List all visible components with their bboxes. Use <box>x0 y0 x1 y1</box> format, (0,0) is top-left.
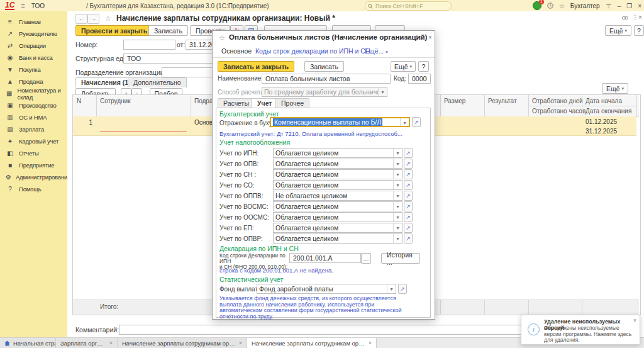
col-header-hours[interactable]: Отработано часов <box>532 108 586 115</box>
sidebar-item-fixed-assets[interactable]: ▥ОС и НМА <box>0 111 67 123</box>
tax-combo-ipn[interactable]: Облагается целиком▾ <box>273 148 402 158</box>
cell-start-date[interactable]: 01.12.2025 <box>586 118 617 125</box>
declaration-code-field[interactable] <box>292 254 358 262</box>
dialog-more-button[interactable]: Ещё ▾ <box>391 61 416 72</box>
tab-salary-accrual-posted[interactable]: Начисление зарплаты сотрудникам организа… <box>118 338 247 348</box>
tax-combo-sn[interactable]: Облагается целиком▾ <box>273 169 402 179</box>
tab-salary-organization[interactable]: Зарплата организации × <box>56 338 118 348</box>
tax-combo-opv[interactable]: Облагается целиком▾ <box>273 159 402 169</box>
chevron-down-icon[interactable]: ▾ <box>387 284 396 293</box>
dialog-more-icon[interactable]: ⋮ <box>414 34 420 41</box>
sidebar-item-administration[interactable]: ⚙Администрирование <box>0 171 67 183</box>
history-button[interactable]: История ... <box>381 253 420 264</box>
notification-toast[interactable]: i Удаление неиспользуемых версий × Обнар… <box>521 315 640 345</box>
back-button[interactable]: ← <box>75 14 87 24</box>
save-button[interactable]: Записать <box>148 25 188 36</box>
sidebar-item-salary[interactable]: ▤Зарплата <box>0 123 67 135</box>
open-icon[interactable]: ↗ <box>404 212 413 222</box>
number-input[interactable] <box>123 40 175 50</box>
doc-link-icon[interactable] <box>622 16 628 20</box>
dialog-tab-accounting[interactable]: Учет <box>252 98 277 108</box>
dialog-link-icon[interactable] <box>404 36 411 40</box>
sidebar-item-operations[interactable]: ⇄Операции <box>0 40 67 52</box>
history-icon[interactable] <box>547 3 553 9</box>
chevron-down-icon[interactable]: ▾ <box>393 213 402 222</box>
dialog-nav-main[interactable]: Основное <box>221 47 252 55</box>
global-search[interactable] <box>365 1 452 11</box>
tax-combo-oppv[interactable]: Не облагается целиком▾ <box>273 191 402 201</box>
restore-button[interactable]: ❐ <box>626 3 632 9</box>
chevron-down-icon[interactable]: ▾ <box>393 159 402 168</box>
close-app-button[interactable]: × <box>638 3 641 9</box>
dialog-save-button[interactable]: Записать <box>304 61 344 72</box>
tab-home[interactable]: Начальная страница <box>0 338 56 348</box>
chevron-down-icon[interactable]: ▾ <box>393 170 402 179</box>
name-input-field[interactable] <box>264 74 388 83</box>
col-header-end-date[interactable]: Дата окончания <box>586 108 631 115</box>
declaration-code-ellipsis-button[interactable]: ... <box>361 253 371 264</box>
col-header-days[interactable]: Отработано дней <box>532 98 583 104</box>
employee-required-underline[interactable] <box>100 132 187 132</box>
favorite-star-icon[interactable]: ☆ <box>105 14 111 23</box>
cell-end-date[interactable]: 31.12.2025 <box>586 128 617 135</box>
open-icon[interactable]: ↗ <box>404 223 413 233</box>
current-user[interactable]: Бухгалтер <box>570 3 600 9</box>
dialog-star-icon[interactable]: ☆ <box>219 34 225 42</box>
tab-salary-accrual-new[interactable]: Начисление зарплаты сотрудникам организа… <box>247 338 377 348</box>
open-icon[interactable]: ↗ <box>404 191 413 201</box>
sidebar-item-bank[interactable]: ◉Банк и касса <box>0 52 67 64</box>
doc-close-icon[interactable]: × <box>638 14 642 21</box>
post-and-close-button[interactable]: Провести и закрыть <box>75 25 153 36</box>
sidebar-item-purchase[interactable]: ▼Покупка <box>0 64 67 76</box>
reflection-combo[interactable]: Компенсационные выплаты по Б/Л▾ <box>270 117 410 127</box>
tax-combo-vosms[interactable]: Облагается целиком▾ <box>273 201 402 211</box>
col-header-n[interactable]: N <box>77 98 81 104</box>
open-icon[interactable]: ↗ <box>404 169 413 179</box>
col-header-result[interactable]: Результат <box>488 98 516 104</box>
name-input[interactable] <box>262 74 391 84</box>
tab-close-icon[interactable]: × <box>239 340 242 346</box>
cell-row-number[interactable]: 1 <box>77 119 92 126</box>
table-more-button[interactable]: Ещё ▾ <box>602 83 628 94</box>
chevron-down-icon[interactable]: ▾ <box>393 202 402 211</box>
dialog-close-icon[interactable]: × <box>428 34 432 41</box>
declaration-code-input[interactable] <box>289 253 361 263</box>
sidebar-item-main[interactable]: ≡Главное <box>0 16 67 28</box>
minimize-button[interactable]: – <box>618 3 621 9</box>
tax-combo-oosms[interactable]: Облагается целиком▾ <box>273 212 402 222</box>
tax-combo-opvr[interactable]: Облагается целиком▾ <box>273 233 402 244</box>
chevron-down-icon[interactable]: ▾ <box>393 223 402 232</box>
open-icon[interactable]: ↗ <box>404 180 413 190</box>
chevron-down-icon[interactable]: ▾ <box>393 234 402 243</box>
dialog-save-close-button[interactable]: Записать и закрыть <box>218 61 294 72</box>
favorites-star-icon[interactable]: ☆ <box>559 3 565 9</box>
sidebar-item-enterprise[interactable]: ■Предприятие <box>0 159 67 171</box>
dialog-help-button[interactable]: ? <box>418 61 429 72</box>
col-header-size[interactable]: Размер <box>444 98 465 104</box>
main-menu-icon[interactable]: ≡ <box>21 2 25 9</box>
doc-help-button[interactable]: ? <box>634 25 644 36</box>
fund-combo[interactable]: Фонд заработной платы▾ <box>257 284 396 294</box>
tab-additional[interactable]: Дополнительно <box>128 77 187 87</box>
fund-open-icon[interactable]: ↗ <box>398 284 407 294</box>
code-input-field[interactable] <box>411 74 428 83</box>
chevron-down-icon[interactable]: ▾ <box>393 191 402 200</box>
dialog-nav-declaration-codes-link[interactable]: Коды строк декларации по ИПН и СН <box>255 47 370 55</box>
reflection-open-icon[interactable]: ↗ <box>412 117 421 127</box>
dialog-tab-other[interactable]: Прочее <box>275 98 309 108</box>
dialog-tab-calculations[interactable]: Расчеты <box>218 98 255 108</box>
sidebar-item-sales[interactable]: ▲Продажа <box>0 76 67 87</box>
open-icon[interactable]: ↗ <box>404 159 413 169</box>
toast-close-icon[interactable]: × <box>633 317 636 323</box>
sidebar-item-nomenclature[interactable]: ▦Номенклатура и склад <box>0 87 67 99</box>
chevron-down-icon[interactable]: ▾ <box>393 149 402 157</box>
col-header-start-date[interactable]: Дата начала <box>586 98 622 104</box>
doc-more-button[interactable]: Ещё ▾ <box>605 25 631 36</box>
open-icon[interactable]: ↗ <box>404 148 413 158</box>
sidebar-item-hr[interactable]: ✦Кадровый учет <box>0 135 67 147</box>
doc-more-icon[interactable]: ⋮ <box>632 14 638 21</box>
sidebar-item-reports[interactable]: ◧Отчеты <box>0 147 67 159</box>
tab-close-icon[interactable]: × <box>109 340 113 346</box>
chevron-down-icon[interactable]: ▾ <box>393 181 402 189</box>
user-settings-icon[interactable] <box>606 3 612 9</box>
